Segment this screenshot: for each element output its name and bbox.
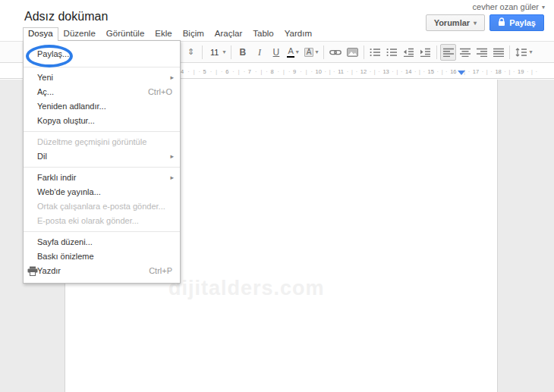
italic-button[interactable]: I (251, 44, 267, 61)
justify-button[interactable] (490, 44, 506, 61)
underline-button-glyph: U (273, 48, 280, 57)
menu-item-dil[interactable]: Dil▸ (24, 149, 180, 164)
menu-item-kopya-olustur[interactable]: Kopya oluştur... (24, 114, 180, 128)
align-left-button[interactable] (440, 44, 456, 61)
menu-item-paylas[interactable]: Paylaş... (24, 45, 180, 64)
ruler-dot: · (199, 68, 201, 75)
ruler-tick: | (329, 69, 331, 74)
menu-item-webde-yayinla[interactable]: Web'de yayınla... (24, 185, 180, 199)
ruler-number: 17 (473, 68, 479, 75)
ruler-dot: · (347, 68, 349, 75)
ruler-unit: 14·|· (404, 67, 427, 76)
ruler-number: 15 (428, 68, 434, 75)
line-spacing-button[interactable]: ▾ (513, 44, 534, 61)
account-menu[interactable]: cevher ozan güler ▾ (473, 2, 545, 11)
menu-item-label: Yazdır (37, 266, 61, 275)
ruler-number: 18 (495, 68, 501, 75)
chevron-down-icon: ▾ (474, 20, 477, 27)
decrease-indent-button[interactable] (401, 44, 417, 61)
bold-button-glyph: B (240, 48, 247, 57)
ruler-number: 11 (338, 68, 344, 75)
ruler-number: 8 (270, 68, 273, 75)
ruler-tick: | (486, 69, 488, 74)
printer-icon (27, 266, 38, 281)
styles-stepper-icon[interactable]: ⇕ (183, 44, 199, 61)
ruler-dot: · (482, 68, 484, 75)
toolbar-separator (509, 45, 510, 59)
menu-item-yeni[interactable]: Yeni▸ (24, 71, 180, 85)
align-center-button[interactable] (457, 44, 473, 61)
menu-item-baski-onizleme[interactable]: Baskı önizleme (24, 249, 180, 264)
bold-button[interactable]: B (235, 44, 250, 61)
menubar-item-tablo[interactable]: Tablo (247, 27, 279, 41)
ruler-number: 5 (203, 68, 206, 75)
increase-indent-button[interactable] (417, 44, 433, 61)
numbered-list-button[interactable] (367, 44, 383, 61)
comments-button[interactable]: Yorumlar ▾ (426, 14, 486, 31)
menu-item-sayfa-duzeni[interactable]: Sayfa düzeni... (24, 235, 180, 249)
menubar-item-ekle[interactable]: Ekle (150, 27, 177, 41)
underline-button[interactable]: U (268, 44, 284, 61)
menubar-item-yardim[interactable]: Yardım (279, 27, 317, 41)
menu-item-label: Sayfa düzeni... (37, 237, 93, 246)
watermark-text: dijitalders.com (168, 277, 325, 300)
menubar: DosyaDüzenleGörüntüleEkleBiçimAraçlarTab… (23, 27, 317, 41)
italic-button-glyph: I (258, 48, 261, 57)
ruler-number: 9 (293, 68, 296, 75)
menubar-item-dosya[interactable]: Dosya (23, 27, 58, 41)
ruler-number: 14 (405, 68, 411, 75)
text-color-button[interactable]: A▾ (285, 44, 301, 61)
ruler-number: 6 (225, 68, 228, 75)
toolbar-separator (364, 45, 364, 59)
font-size-select[interactable]: 11▾ (206, 44, 228, 61)
ruler-unit: 9·|· (291, 67, 314, 76)
ruler-number: 7 (248, 68, 251, 75)
ruler-dot: · (210, 68, 212, 75)
menubar-item-araclar[interactable]: Araçlar (209, 27, 247, 41)
toolbar-separator (323, 45, 324, 59)
ruler-number: 16 (450, 68, 456, 75)
ruler-number: 19 (518, 68, 524, 75)
ruler-tick: | (194, 69, 195, 74)
menubar-item-duzenle[interactable]: Düzenle (58, 27, 101, 41)
ruler-dot: · (333, 68, 335, 75)
toolbar-separator (231, 45, 231, 59)
ruler-number: 12 (360, 68, 367, 75)
ruler-tick: | (442, 69, 443, 74)
ruler-dot: · (311, 68, 313, 75)
styles-stepper-icon-glyph: ⇕ (187, 48, 194, 56)
ruler-unit: 13·|· (381, 67, 404, 76)
indent-marker[interactable] (458, 71, 465, 75)
menu-item-ac[interactable]: Aç...Ctrl+O (24, 85, 180, 99)
ruler-tick: | (508, 69, 510, 74)
ruler-number: 4 (181, 68, 184, 75)
ruler-unit: 12·|· (359, 67, 382, 76)
menu-item-farkli-indir[interactable]: Farklı indir▸ (24, 171, 180, 185)
ruler-dot: · (255, 68, 257, 75)
ruler-tick: | (419, 69, 420, 74)
menubar-item-bicim[interactable]: Biçim (178, 27, 209, 41)
menu-item-label: Baskı önizleme (37, 252, 94, 261)
ruler-unit: 6·|· (224, 67, 247, 76)
menu-item-yazdir[interactable]: YazdırCtrl+P (24, 264, 180, 278)
menubar-item-goruntule[interactable]: Görüntüle (101, 27, 150, 41)
align-right-button[interactable] (474, 44, 489, 61)
insert-image-button[interactable] (345, 44, 360, 61)
bulleted-list-button[interactable] (384, 44, 400, 61)
menu-item-label: Düzeltme geçmişini görüntüle (37, 137, 146, 146)
ruler-dot: · (527, 68, 529, 75)
share-button[interactable]: Paylaş (489, 14, 544, 31)
ruler-unit: 8·|· (269, 67, 291, 76)
highlight-color-button[interactable]: A▾ (302, 44, 321, 61)
insert-link-button[interactable] (327, 44, 344, 61)
chevron-down-icon: ▾ (529, 49, 532, 55)
ruler-number: 13 (382, 68, 389, 75)
ruler-number: 10 (316, 68, 322, 75)
document-title[interactable]: Adsız doküman (24, 10, 108, 24)
menu-item-ortak-calisanlara-eposta: Ortak çalışanlara e-posta gönder... (24, 199, 180, 214)
ruler-dot: · (423, 68, 426, 75)
comments-button-label: Yorumlar (434, 18, 470, 27)
ruler-dot: · (244, 68, 246, 75)
ruler-dot: · (325, 68, 327, 75)
menu-item-yeniden-adlandir[interactable]: Yeniden adlandır... (24, 99, 180, 114)
